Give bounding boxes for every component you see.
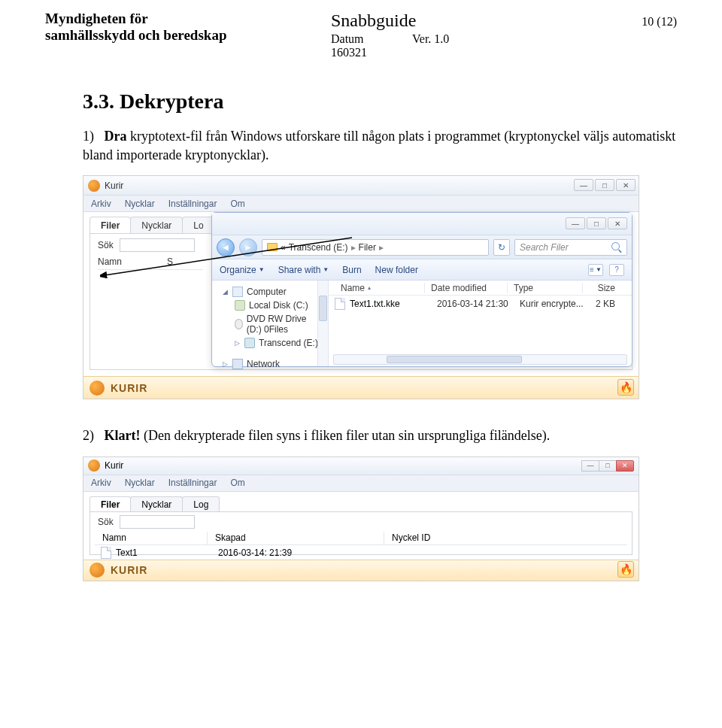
kurir2-panel: Sök Namn Skapad Nyckel ID Text1 2016-03-…: [89, 511, 633, 555]
menu-arkiv[interactable]: Arkiv: [91, 199, 111, 209]
chevron-right-icon: ▸: [351, 242, 356, 253]
tree-dvd[interactable]: DVD RW Drive (D:) 0Files: [215, 312, 325, 336]
col-namn[interactable]: Namn: [95, 532, 208, 544]
menu-installningar[interactable]: Inställningar: [168, 478, 217, 488]
org-block: Myndigheten för samhällsskydd och bereds…: [45, 11, 331, 59]
step-num-2: 2): [83, 426, 101, 445]
nav-forward-button[interactable]: ►: [239, 238, 257, 256]
tree-localdisk[interactable]: Local Disk (C:): [215, 299, 325, 312]
kurir2-titlebar: Kurir — □ ✕: [83, 457, 639, 475]
col-date[interactable]: Date modified: [425, 283, 508, 293]
col-s[interactable]: S: [167, 256, 173, 267]
scroll-thumb[interactable]: [387, 356, 522, 363]
exp-close-button[interactable]: ✕: [608, 217, 627, 229]
fire-button[interactable]: 🔥: [617, 561, 634, 578]
kurir-app-icon: [88, 180, 100, 192]
tab-log-trunc[interactable]: Lo: [182, 217, 214, 233]
tb-burn[interactable]: Burn: [342, 265, 361, 275]
datum-label: Datum: [331, 32, 367, 46]
folder-icon: [267, 243, 278, 251]
tab-nycklar[interactable]: Nycklar: [130, 217, 183, 233]
sok-input[interactable]: [120, 238, 195, 252]
disk-icon: [235, 300, 245, 311]
screenshot-2: Kurir — □ ✕ Arkiv Nycklar Inställningar …: [83, 457, 639, 581]
col-skapad[interactable]: Skapad: [208, 532, 384, 544]
kurir2-body: Filer Nycklar Log Sök Namn Skapad Nyckel…: [83, 493, 639, 558]
col-name[interactable]: Name▴: [335, 283, 425, 293]
horizontal-scrollbar[interactable]: [333, 354, 627, 365]
kurir-tabs: Filer Nycklar Lo: [89, 217, 214, 233]
minimize-button[interactable]: —: [574, 179, 593, 191]
section-heading: 3.3. Dekryptera: [83, 89, 677, 114]
refresh-button[interactable]: ↻: [493, 239, 510, 256]
exp-maximize-button[interactable]: □: [587, 217, 606, 229]
explorer-tree: ◢Computer Local Disk (C:) DVD RW Drive (…: [212, 281, 329, 366]
col-namn[interactable]: Namn: [98, 256, 122, 267]
usb-icon: [244, 338, 255, 348]
file-icon: [101, 547, 111, 559]
tab-filer[interactable]: Filer: [89, 217, 131, 233]
tab-nycklar[interactable]: Nycklar: [130, 496, 183, 511]
tab-log[interactable]: Log: [182, 496, 220, 511]
tree-transcend[interactable]: ▷Transcend (E:): [215, 336, 325, 350]
file-row[interactable]: Text1 2016-03-14: 21:39: [95, 547, 627, 559]
step-2-bold: Klart!: [105, 428, 141, 443]
tab-filer[interactable]: Filer: [89, 496, 131, 511]
help-button[interactable]: ?: [609, 264, 624, 276]
network-icon: [232, 359, 243, 369]
file-type: Kurir encrypte...: [520, 299, 595, 309]
computer-icon: [232, 287, 243, 297]
explorer-toolbar: Organize ▼ Share with ▼ Burn New folder …: [212, 259, 632, 281]
bc-seg-2[interactable]: Filer: [359, 242, 376, 253]
sok-input[interactable]: [120, 515, 195, 529]
tb-share[interactable]: Share with ▼: [278, 265, 329, 275]
view-button[interactable]: ≡▼: [588, 264, 603, 276]
col-size[interactable]: Size: [583, 283, 626, 293]
kurir-titlebar: Kurir — □ ✕: [83, 176, 639, 196]
org-line-1: Myndigheten för: [45, 11, 331, 27]
explorer-search-input[interactable]: Search Filer: [514, 239, 627, 256]
menu-arkiv[interactable]: Arkiv: [91, 478, 111, 488]
menu-om[interactable]: Om: [230, 199, 244, 209]
kurir2-search-row: Sök: [98, 515, 195, 529]
tb-new-folder[interactable]: New folder: [375, 265, 418, 275]
explorer-window-buttons: — □ ✕: [566, 217, 627, 229]
explorer-file-pane: Name▴ Date modified Type Size Text1.txt.…: [329, 281, 632, 366]
caret-icon: ◢: [223, 288, 229, 296]
close-button[interactable]: ✕: [616, 460, 634, 472]
menu-installningar[interactable]: Inställningar: [168, 199, 217, 209]
bc-prefix: «: [281, 242, 286, 253]
kurir2-window-buttons: — □ ✕: [582, 460, 634, 472]
file-size: 2 KB: [595, 299, 626, 309]
tb-organize[interactable]: Organize ▼: [220, 265, 265, 275]
kurir-search-row: Sök: [98, 238, 195, 252]
explorer-titlebar: — □ ✕: [212, 213, 632, 235]
search-placeholder: Search Filer: [520, 242, 569, 253]
minimize-button[interactable]: —: [581, 460, 599, 472]
maximize-button[interactable]: □: [599, 460, 617, 472]
bc-seg-1[interactable]: Transcend (E:): [289, 242, 348, 253]
col-type[interactable]: Type: [508, 283, 583, 293]
scroll-thumb[interactable]: [319, 296, 327, 321]
explorer-navbar: ◄ ► « Transcend (E:)▸ Filer▸ ↻ Search Fi…: [212, 235, 632, 259]
file-name: Text1.txt.kke: [350, 299, 400, 309]
breadcrumb[interactable]: « Transcend (E:)▸ Filer▸: [262, 239, 489, 256]
file-name: Text1: [116, 548, 138, 558]
tree-scrollbar[interactable]: [317, 281, 328, 366]
menu-nycklar[interactable]: Nycklar: [125, 199, 155, 209]
maximize-button[interactable]: □: [595, 179, 614, 191]
col-nyckel-id[interactable]: Nyckel ID: [384, 532, 627, 544]
fire-button[interactable]: 🔥: [617, 379, 634, 396]
step-2-text: 2) Klart! (Den dekrypterade filen syns i…: [83, 426, 677, 445]
tree-network[interactable]: ▷Network: [215, 357, 325, 371]
datum-value: 160321: [331, 46, 367, 59]
nav-back-button[interactable]: ◄: [217, 238, 235, 256]
tree-computer[interactable]: ◢Computer: [215, 285, 325, 299]
menu-om[interactable]: Om: [230, 478, 244, 488]
kurir2-menubar: Arkiv Nycklar Inställningar Om: [83, 475, 639, 492]
kurir2-tabs: Filer Nycklar Log: [89, 496, 219, 511]
exp-minimize-button[interactable]: —: [566, 217, 585, 229]
menu-nycklar[interactable]: Nycklar: [125, 478, 155, 488]
close-button[interactable]: ✕: [616, 179, 636, 191]
file-row[interactable]: Text1.txt.kke 2016-03-14 21:30 Kurir enc…: [329, 296, 632, 312]
